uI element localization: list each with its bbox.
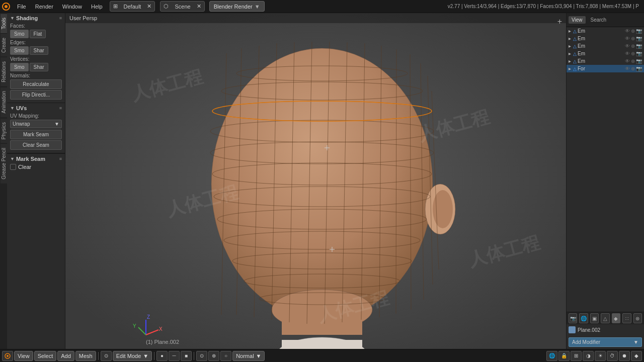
- faces-smo-btn[interactable]: Smo: [10, 30, 29, 38]
- prop-icon-world[interactable]: 🌐: [579, 313, 588, 323]
- view-menu[interactable]: View: [14, 351, 33, 361]
- flip-direction-btn[interactable]: Flip Directi...: [10, 90, 62, 100]
- outliner-label-5: For: [578, 66, 585, 71]
- viewport-shading-icon[interactable]: ⊙: [101, 351, 112, 361]
- overlay-btn[interactable]: ◑: [583, 351, 594, 361]
- proportional-btn[interactable]: ○: [220, 351, 231, 361]
- render-engine-dropdown[interactable]: Blender Render ▼: [209, 1, 265, 12]
- cursor-icon-4[interactable]: ⊕: [631, 58, 635, 64]
- render-icon-1[interactable]: 📷: [636, 36, 642, 41]
- vtab-animation[interactable]: Animation: [1, 86, 7, 117]
- vtab-tools[interactable]: Tools: [1, 13, 7, 33]
- cursor-icon-1[interactable]: ⊕: [631, 36, 635, 41]
- viewport[interactable]: User Persp 人体工程 人体工程 人体工程 人体工程 人体工程: [65, 13, 566, 349]
- record-btn[interactable]: ⏺: [619, 351, 630, 361]
- menu-window[interactable]: Window: [58, 0, 86, 13]
- uvs-header[interactable]: ▼ UVs ≡: [10, 105, 62, 111]
- edit-mode-dropdown[interactable]: Edit Mode ▼: [113, 351, 152, 361]
- eye-icon-0[interactable]: 👁: [625, 28, 630, 34]
- shading-header[interactable]: ▼ Shading ≡: [10, 15, 62, 21]
- face-mode-btn[interactable]: ■: [181, 351, 192, 361]
- screen-layout-close[interactable]: ✕: [144, 3, 154, 10]
- normal-label: Normal: [236, 353, 254, 359]
- cursor-icon-3[interactable]: ⊕: [631, 51, 635, 56]
- outliner-item-2[interactable]: ▸ △ Em 👁 ⊕ 📷: [567, 42, 644, 50]
- eye-icon-1[interactable]: 👁: [625, 36, 630, 41]
- edges-shar-btn[interactable]: Shar: [30, 46, 48, 55]
- prop-icon-mesh[interactable]: △: [601, 313, 609, 323]
- menu-help[interactable]: Help: [87, 0, 107, 13]
- prop-icon-particles[interactable]: ∷: [622, 313, 631, 323]
- cursor-icon-2[interactable]: ⊕: [631, 43, 635, 49]
- snap-btn[interactable]: ⊕: [208, 351, 219, 361]
- outliner-triangle-3: ▸: [569, 51, 571, 56]
- prop-icon-object[interactable]: ▣: [590, 313, 599, 323]
- eye-icon-2[interactable]: 👁: [625, 43, 630, 49]
- scene-selector[interactable]: ⬡ Scene ✕: [160, 1, 204, 12]
- mesh-menu[interactable]: Mesh: [75, 351, 96, 361]
- timeline-btn[interactable]: ⏱: [607, 351, 618, 361]
- outliner-item-4[interactable]: ▸ △ Em 👁 ⊕ 📷: [567, 57, 644, 65]
- add-menu[interactable]: Add: [57, 351, 74, 361]
- recalculate-btn[interactable]: Recalculate: [10, 79, 62, 89]
- pivot-btn[interactable]: ⊙: [196, 351, 207, 361]
- cursor-icon-5[interactable]: ⊕: [631, 66, 635, 71]
- unwrap-dropdown[interactable]: Unwrap ▼: [10, 120, 62, 128]
- prop-icon-camera[interactable]: 📷: [569, 313, 577, 323]
- tab-search[interactable]: Search: [588, 16, 610, 24]
- blender-bottom-icon[interactable]: [2, 351, 13, 361]
- vertex-mode-btn[interactable]: ●: [156, 351, 168, 361]
- edge-mode-btn[interactable]: ─: [169, 351, 180, 361]
- vtab-relations[interactable]: Relations: [1, 57, 7, 86]
- mark-seam-btn[interactable]: Mark Seam: [10, 130, 62, 139]
- prop-icon-physics[interactable]: ⊛: [633, 313, 642, 323]
- shading-options-icon[interactable]: ≡: [59, 16, 62, 21]
- clear-checkbox[interactable]: [10, 164, 16, 170]
- menu-file[interactable]: File: [13, 0, 30, 13]
- clear-seam-btn[interactable]: Clear Seam: [10, 140, 62, 150]
- vtab-grease[interactable]: Grease Pencil: [1, 143, 7, 184]
- eye-icon-3[interactable]: 👁: [625, 51, 630, 56]
- keyframe-btn[interactable]: ◆: [631, 351, 642, 361]
- separator-1: [98, 352, 99, 360]
- render-btn[interactable]: ☀: [595, 351, 606, 361]
- render-icon-5[interactable]: 📷: [636, 66, 642, 71]
- screen-layout-selector[interactable]: ⊞ Default ✕: [110, 1, 155, 12]
- eye-icon-4[interactable]: 👁: [625, 58, 630, 64]
- render-icon-2[interactable]: 📷: [636, 43, 642, 49]
- outliner-item-3[interactable]: ▸ △ Em 👁 ⊕ 📷: [567, 50, 644, 57]
- vertices-smo-btn[interactable]: Smo: [10, 63, 29, 71]
- outliner-item-1[interactable]: ▸ △ Em 👁 ⊕ 📷: [567, 35, 644, 42]
- tab-view[interactable]: View: [569, 16, 586, 24]
- render-icon-3[interactable]: 📷: [636, 51, 642, 56]
- mark-seam-options-icon[interactable]: ≡: [59, 156, 62, 161]
- properties-header: 📷 🌐 ▣ △ ◆ ∷ ⊛: [567, 312, 644, 324]
- vtab-create[interactable]: Create: [1, 33, 7, 57]
- uvs-options-icon[interactable]: ≡: [59, 106, 62, 111]
- blender-icon[interactable]: [0, 0, 12, 13]
- global-view-btn[interactable]: 🌐: [546, 351, 557, 361]
- grid-btn[interactable]: ⊞: [571, 351, 582, 361]
- menu-render[interactable]: Render: [31, 0, 57, 13]
- viewport-add-view-btn[interactable]: +: [557, 17, 562, 26]
- edges-smo-btn[interactable]: Smo: [10, 46, 29, 55]
- eye-icon-5[interactable]: 👁: [625, 66, 630, 71]
- render-icon-4[interactable]: 📷: [636, 58, 642, 64]
- vertices-shar-btn[interactable]: Shar: [30, 63, 48, 71]
- mark-seam-header[interactable]: ▼ Mark Seam ≡: [10, 156, 62, 162]
- scene-close[interactable]: ✕: [194, 3, 204, 10]
- outliner-item-0[interactable]: ▸ △ Em 👁 ⊕ 📷: [567, 27, 644, 35]
- mark-seam-arrow: ▼: [10, 156, 15, 161]
- add-modifier-btn[interactable]: Add Modifier ▼: [569, 337, 642, 347]
- render-icon-0[interactable]: 📷: [636, 28, 642, 34]
- prop-icon-material[interactable]: ◆: [612, 313, 620, 323]
- cursor-icon-0[interactable]: ⊕: [631, 28, 635, 34]
- vtab-physics[interactable]: Physics: [1, 118, 7, 143]
- normal-dropdown[interactable]: Normal ▼: [232, 351, 265, 361]
- left-content: ▼ Shading ≡ Faces: Smo Flat Edges: Smo S…: [7, 13, 65, 349]
- outliner-triangle-1: ▸: [569, 36, 571, 41]
- lock-btn[interactable]: 🔒: [558, 351, 570, 361]
- outliner-item-5[interactable]: ▸ △ For 👁 ⊕ 📷: [567, 65, 644, 72]
- faces-flat-btn[interactable]: Flat: [30, 30, 46, 38]
- select-menu[interactable]: Select: [34, 351, 57, 361]
